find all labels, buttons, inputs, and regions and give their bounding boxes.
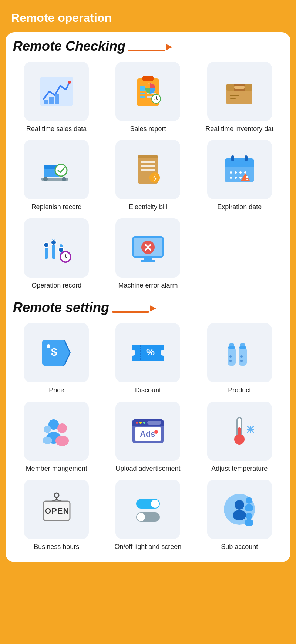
- svg-point-87: [57, 423, 67, 433]
- accounts-icon: [221, 491, 258, 528]
- chart-icon: [38, 73, 75, 110]
- main-card: Remote Checking ▶ Real time sales data: [6, 32, 290, 562]
- setting-grid: $ Price % Discount: [13, 323, 283, 551]
- label-sales-report: Sales report: [130, 125, 166, 133]
- svg-point-123: [245, 519, 253, 526]
- item-sub-account[interactable]: Sub account: [196, 480, 283, 551]
- svg-rect-48: [246, 176, 248, 178]
- svg-point-42: [239, 171, 242, 174]
- item-member[interactable]: Member mangement: [13, 402, 100, 473]
- icon-box-discount: %: [115, 323, 180, 382]
- members-icon: [38, 413, 75, 450]
- item-sales-report[interactable]: Sales report: [104, 62, 191, 133]
- label-replenish: Replenish record: [31, 203, 82, 211]
- item-discount[interactable]: % Discount: [104, 323, 191, 395]
- svg-point-122: [246, 513, 252, 519]
- item-advertisement[interactable]: Ads Upload advertisement: [104, 402, 191, 473]
- svg-point-45: [235, 177, 237, 179]
- box-icon: [221, 73, 258, 110]
- setting-title-underline: [112, 311, 149, 313]
- svg-text:Ads: Ads: [140, 429, 155, 439]
- svg-rect-37: [225, 164, 254, 167]
- svg-point-118: [235, 500, 244, 510]
- bottles-icon: [221, 334, 258, 371]
- item-light-screen[interactable]: On/off light and screen: [104, 480, 191, 551]
- svg-point-1: [68, 81, 71, 84]
- svg-rect-39: [245, 155, 248, 161]
- svg-point-44: [230, 177, 232, 179]
- svg-rect-21: [230, 98, 236, 99]
- label-operation: Operation record: [31, 281, 81, 290]
- remote-checking-title-wrap: Remote Checking ▶: [13, 40, 283, 53]
- sliders-icon: [38, 229, 75, 266]
- svg-point-78: [229, 355, 232, 358]
- toggle-icon: [130, 491, 166, 528]
- thermometer-icon: [221, 413, 258, 450]
- svg-rect-9: [140, 96, 145, 98]
- svg-point-105: [236, 436, 243, 443]
- svg-point-46: [239, 177, 242, 179]
- svg-point-79: [229, 360, 232, 362]
- svg-rect-82: [239, 346, 246, 349]
- svg-point-89: [44, 426, 51, 433]
- svg-rect-31: [141, 165, 155, 167]
- icon-box-sub-account: [207, 480, 272, 539]
- icon-box-report: [115, 62, 180, 121]
- svg-point-70: [47, 344, 50, 348]
- svg-point-88: [56, 436, 69, 446]
- svg-rect-32: [141, 169, 155, 171]
- svg-point-121: [245, 504, 253, 511]
- item-product[interactable]: Product: [196, 323, 283, 395]
- label-expiration: Expiration date: [217, 203, 262, 211]
- svg-point-119: [233, 510, 246, 520]
- svg-text:$: $: [51, 346, 57, 358]
- item-inventory[interactable]: Real time inventory dat: [196, 62, 283, 133]
- label-discount: Discount: [135, 386, 161, 395]
- conveyor-icon: [38, 151, 75, 188]
- svg-rect-77: [228, 346, 235, 349]
- ads-icon: Ads: [130, 413, 166, 450]
- svg-rect-20: [230, 95, 239, 96]
- icon-box-temperature: [207, 402, 272, 461]
- calendar-icon: [221, 151, 258, 188]
- svg-point-116: [137, 513, 145, 521]
- svg-rect-3: [49, 97, 54, 104]
- svg-rect-6: [142, 76, 154, 81]
- item-temperature[interactable]: Adjust temperature: [196, 402, 283, 473]
- label-machine-error: Machine error alarm: [118, 281, 178, 290]
- svg-rect-7: [140, 86, 145, 91]
- checking-grid: Real time sales data: [13, 62, 283, 290]
- price-tag-icon: $: [38, 334, 75, 371]
- svg-point-94: [136, 422, 138, 424]
- item-expiration[interactable]: Expiration date: [196, 140, 283, 211]
- svg-point-49: [246, 179, 248, 180]
- label-business-hours: Business hours: [34, 543, 79, 551]
- item-real-time-sales[interactable]: Real time sales data: [13, 62, 100, 133]
- item-business-hours[interactable]: OPEN Business hours: [13, 480, 100, 551]
- svg-point-71: [130, 350, 135, 356]
- icon-box-price: $: [24, 323, 89, 382]
- item-machine-error[interactable]: Machine error alarm: [104, 218, 191, 290]
- svg-rect-2: [44, 100, 48, 104]
- icon-box-electricity: [115, 140, 180, 199]
- item-replenish[interactable]: Replenish record: [13, 140, 100, 211]
- svg-point-24: [55, 164, 67, 176]
- icon-box-product: [207, 323, 272, 382]
- svg-point-100: [154, 430, 158, 434]
- svg-point-26: [43, 177, 48, 181]
- item-electricity[interactable]: Electricity bill: [104, 140, 191, 211]
- svg-rect-4: [55, 94, 59, 104]
- svg-text:%: %: [146, 346, 155, 358]
- item-price[interactable]: $ Price: [13, 323, 100, 395]
- label-temperature: Adjust temperature: [211, 464, 268, 473]
- label-member: Member mangement: [26, 464, 87, 473]
- item-operation[interactable]: Operation record: [13, 218, 100, 290]
- svg-point-90: [43, 437, 52, 444]
- open-sign-icon: OPEN: [38, 491, 75, 528]
- svg-point-95: [139, 422, 142, 424]
- svg-rect-30: [141, 161, 155, 163]
- svg-rect-38: [231, 155, 234, 161]
- header: Remote operation: [0, 0, 296, 32]
- remote-checking-title: Remote Checking: [13, 40, 125, 53]
- title-arrow: ▶: [166, 42, 172, 51]
